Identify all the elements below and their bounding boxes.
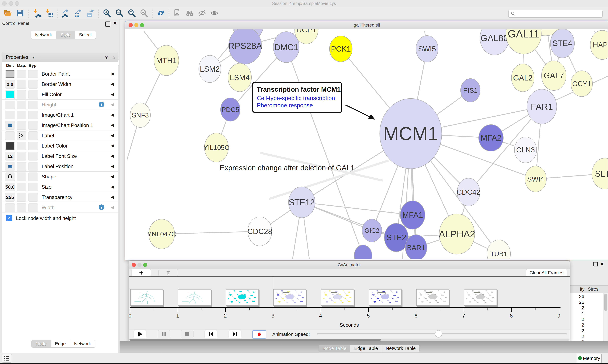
collapse-all-icon[interactable]: » <box>110 56 116 59</box>
mapping-value-cell[interactable] <box>17 172 26 181</box>
property-row-label-color[interactable]: Label Color◀ <box>2 141 118 151</box>
expand-row-icon[interactable]: ◀ <box>111 174 114 179</box>
table-tab-network-table[interactable]: Network Table <box>382 345 420 352</box>
default-value-cell[interactable] <box>5 101 15 109</box>
node-ste12[interactable] <box>289 187 315 218</box>
default-value-cell[interactable] <box>5 142 15 150</box>
default-value-cell[interactable] <box>5 90 15 99</box>
node-ste2[interactable] <box>384 223 408 252</box>
bypass-value-cell[interactable] <box>28 172 38 181</box>
network-from-file-button[interactable] <box>172 8 183 18</box>
frame-thumbnail-3[interactable] <box>226 289 259 306</box>
node-gcy1[interactable] <box>571 71 593 97</box>
node-pdc5[interactable] <box>221 98 240 121</box>
node-pis1[interactable] <box>461 78 480 102</box>
expand-row-icon[interactable]: ◀ <box>111 92 114 97</box>
apply-preferred-layout-button[interactable] <box>155 8 166 18</box>
zoom-selected-button[interactable] <box>138 8 150 18</box>
frame-thumbnail-4[interactable] <box>273 289 306 306</box>
node-hap2[interactable] <box>590 30 608 59</box>
mapping-value-cell[interactable] <box>17 90 26 99</box>
bypass-value-cell[interactable] <box>28 80 38 89</box>
hide-selected-button[interactable] <box>196 8 207 18</box>
expand-row-icon[interactable]: ◀ <box>111 205 114 210</box>
default-value-cell[interactable] <box>5 121 15 130</box>
node-gal7[interactable] <box>541 61 566 91</box>
export-image-button[interactable] <box>85 8 96 18</box>
bypass-value-cell[interactable] <box>28 90 38 99</box>
expand-row-icon[interactable]: ◀ <box>111 164 114 169</box>
default-value-cell[interactable] <box>5 172 15 181</box>
property-row-image-chart-position-1[interactable]: Image/Chart Position 1◀ <box>2 120 118 130</box>
node-lsm2[interactable] <box>199 55 221 83</box>
bypass-value-cell[interactable] <box>28 152 38 160</box>
node-swi5[interactable] <box>416 36 438 62</box>
default-value-cell[interactable] <box>5 111 15 119</box>
skip-forward-button[interactable] <box>229 330 241 338</box>
expand-row-icon[interactable]: ◀ <box>111 184 114 189</box>
cyanimator-titlebar[interactable]: CyAnimator <box>129 260 570 269</box>
frame-thumbnail-5[interactable] <box>321 289 354 306</box>
property-row-image-chart-1[interactable]: Image/Chart 1◀ <box>2 110 118 120</box>
node-rps28a[interactable] <box>229 29 262 64</box>
property-row-label-position[interactable]: Label Position◀ <box>2 161 118 171</box>
bypass-value-cell[interactable] <box>28 111 38 119</box>
delete-frame-button[interactable] <box>158 269 178 276</box>
expand-all-icon[interactable]: » <box>104 56 110 59</box>
default-value-cell[interactable]: 50.0 <box>5 183 15 191</box>
bypass-value-cell[interactable] <box>28 193 38 202</box>
property-row-label[interactable]: Label◀ <box>2 130 118 141</box>
frame-thumbnail-8[interactable] <box>464 289 497 306</box>
bypass-value-cell[interactable] <box>28 101 38 109</box>
node-mfa2[interactable] <box>479 125 503 151</box>
timeline-hscrollbar[interactable] <box>129 338 569 341</box>
node-dmc1[interactable] <box>273 32 299 63</box>
search-box[interactable] <box>508 10 603 18</box>
record-button[interactable] <box>252 330 266 339</box>
info-icon[interactable]: i <box>99 102 104 107</box>
mapping-value-cell[interactable] <box>17 183 26 191</box>
mapping-value-cell[interactable] <box>17 193 26 202</box>
node-ste4[interactable] <box>550 29 574 58</box>
mapping-value-cell[interactable] <box>17 152 26 160</box>
tab-select[interactable]: Select <box>75 31 96 39</box>
bypass-value-cell[interactable] <box>28 183 38 191</box>
node-cln3[interactable] <box>514 137 537 163</box>
node-gal80[interactable] <box>480 29 509 55</box>
default-value-cell[interactable] <box>5 162 15 171</box>
frame-thumbnail-1[interactable] <box>130 289 163 306</box>
style-target-tab-network[interactable]: Network <box>70 340 95 347</box>
import-table-button[interactable] <box>43 8 55 18</box>
node-alpha2[interactable] <box>439 214 475 254</box>
node-bar1[interactable] <box>405 235 427 259</box>
bypass-value-cell[interactable] <box>28 142 38 150</box>
expand-row-icon[interactable]: ◀ <box>111 112 114 117</box>
default-value-cell[interactable] <box>5 203 15 212</box>
expand-row-icon[interactable]: ◀ <box>111 153 114 158</box>
node-mcm1[interactable] <box>380 99 442 169</box>
stop-button[interactable] <box>181 330 193 338</box>
node-yil105c[interactable] <box>204 133 228 162</box>
float-panel-icon[interactable] <box>105 22 110 26</box>
expand-row-icon[interactable]: ◀ <box>111 123 114 128</box>
tab-network[interactable]: Network <box>31 31 56 39</box>
expand-row-icon[interactable]: ◀ <box>111 102 114 107</box>
clear-all-frames-button[interactable]: Clear All Frames <box>526 269 567 276</box>
memory-button[interactable]: Memory <box>577 354 602 363</box>
node-mth1[interactable] <box>154 45 179 76</box>
table-column-header[interactable]: ity <box>580 286 585 292</box>
lock-size-checkbox[interactable]: ✓ <box>6 215 12 221</box>
node-gic2[interactable] <box>362 219 382 242</box>
property-row-fill-color[interactable]: Fill Color◀ <box>2 89 118 100</box>
bypass-value-cell[interactable] <box>28 162 38 171</box>
default-value-cell[interactable] <box>5 131 15 140</box>
import-network-button[interactable] <box>31 8 42 18</box>
save-session-button[interactable] <box>14 8 26 18</box>
mapping-value-cell[interactable] <box>17 142 26 150</box>
pause-button[interactable] <box>158 330 170 338</box>
mapping-value-cell[interactable] <box>17 162 26 171</box>
bypass-value-cell[interactable] <box>28 70 38 78</box>
frame-thumbnail-2[interactable] <box>178 289 211 306</box>
property-row-border-width[interactable]: 2.0Border Width◀ <box>2 79 118 89</box>
mapping-value-cell[interactable] <box>17 80 26 89</box>
